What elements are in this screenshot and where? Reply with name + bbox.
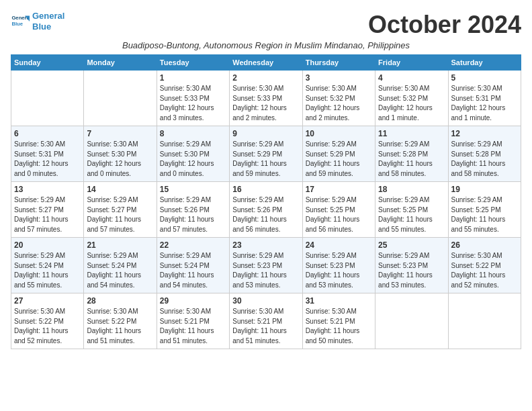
calendar-week-3: 13Sunrise: 5:29 AMSunset: 5:27 PMDayligh… <box>11 182 521 238</box>
day-number: 16 <box>232 185 299 194</box>
day-number: 11 <box>378 129 445 138</box>
day-info: Sunrise: 5:30 AMSunset: 5:32 PMDaylight:… <box>306 84 372 123</box>
day-number: 4 <box>378 73 445 83</box>
day-number: 29 <box>160 296 226 306</box>
calendar-cell: 22Sunrise: 5:29 AMSunset: 5:24 PMDayligh… <box>157 238 229 293</box>
day-number: 31 <box>306 296 372 306</box>
calendar-week-2: 6Sunrise: 5:30 AMSunset: 5:31 PMDaylight… <box>11 126 521 182</box>
calendar-cell: 26Sunrise: 5:30 AMSunset: 5:22 PMDayligh… <box>448 238 521 293</box>
calendar-cell: 10Sunrise: 5:29 AMSunset: 5:29 PMDayligh… <box>302 126 375 182</box>
day-info: Sunrise: 5:29 AMSunset: 5:24 PMDaylight:… <box>160 251 226 290</box>
calendar-cell: 3Sunrise: 5:30 AMSunset: 5:32 PMDaylight… <box>302 71 375 126</box>
calendar-week-5: 27Sunrise: 5:30 AMSunset: 5:22 PMDayligh… <box>11 293 521 349</box>
calendar-cell: 30Sunrise: 5:30 AMSunset: 5:21 PMDayligh… <box>230 293 302 349</box>
calendar-cell: 15Sunrise: 5:29 AMSunset: 5:26 PMDayligh… <box>157 182 229 238</box>
month-title: October 2024 <box>64 11 521 39</box>
calendar-cell: 24Sunrise: 5:29 AMSunset: 5:23 PMDayligh… <box>302 238 375 293</box>
day-info: Sunrise: 5:30 AMSunset: 5:21 PMDaylight:… <box>232 307 299 346</box>
calendar-cell: 7Sunrise: 5:30 AMSunset: 5:30 PMDaylight… <box>84 126 157 182</box>
svg-text:Blue: Blue <box>11 20 23 26</box>
calendar-cell: 17Sunrise: 5:29 AMSunset: 5:25 PMDayligh… <box>302 182 375 238</box>
calendar-week-1: 1Sunrise: 5:30 AMSunset: 5:33 PMDaylight… <box>11 71 521 126</box>
day-number: 13 <box>14 185 81 194</box>
day-info: Sunrise: 5:30 AMSunset: 5:21 PMDaylight:… <box>306 307 372 346</box>
header-wednesday: Wednesday <box>230 55 302 71</box>
calendar-cell <box>375 293 448 349</box>
day-number: 6 <box>14 129 81 138</box>
day-info: Sunrise: 5:29 AMSunset: 5:27 PMDaylight:… <box>87 195 153 234</box>
day-info: Sunrise: 5:30 AMSunset: 5:22 PMDaylight:… <box>451 251 518 290</box>
calendar-subtitle: Buadiposo-Buntong, Autonomous Region in … <box>11 40 521 50</box>
calendar-cell: 16Sunrise: 5:29 AMSunset: 5:26 PMDayligh… <box>230 182 302 238</box>
day-info: Sunrise: 5:30 AMSunset: 5:22 PMDaylight:… <box>87 307 153 346</box>
logo-line1: General <box>32 11 64 21</box>
calendar-cell: 1Sunrise: 5:30 AMSunset: 5:33 PMDaylight… <box>157 71 229 126</box>
day-number: 18 <box>378 185 445 194</box>
day-info: Sunrise: 5:30 AMSunset: 5:22 PMDaylight:… <box>14 307 81 346</box>
calendar-header-row: SundayMondayTuesdayWednesdayThursdayFrid… <box>11 55 521 71</box>
calendar-cell: 19Sunrise: 5:29 AMSunset: 5:25 PMDayligh… <box>448 182 521 238</box>
day-info: Sunrise: 5:29 AMSunset: 5:24 PMDaylight:… <box>14 251 81 290</box>
calendar-cell: 25Sunrise: 5:29 AMSunset: 5:23 PMDayligh… <box>375 238 448 293</box>
calendar-cell: 18Sunrise: 5:29 AMSunset: 5:25 PMDayligh… <box>375 182 448 238</box>
calendar-cell: 29Sunrise: 5:30 AMSunset: 5:21 PMDayligh… <box>157 293 229 349</box>
header-friday: Friday <box>375 55 448 71</box>
day-number: 24 <box>306 240 372 250</box>
calendar-cell: 13Sunrise: 5:29 AMSunset: 5:27 PMDayligh… <box>11 182 84 238</box>
calendar-table: SundayMondayTuesdayWednesdayThursdayFrid… <box>11 54 521 349</box>
calendar-cell <box>448 293 521 349</box>
day-info: Sunrise: 5:29 AMSunset: 5:25 PMDaylight:… <box>451 195 518 234</box>
day-info: Sunrise: 5:29 AMSunset: 5:24 PMDaylight:… <box>87 251 153 290</box>
day-number: 27 <box>14 296 81 306</box>
day-number: 20 <box>14 240 81 250</box>
day-info: Sunrise: 5:29 AMSunset: 5:25 PMDaylight:… <box>306 195 372 234</box>
day-info: Sunrise: 5:29 AMSunset: 5:27 PMDaylight:… <box>14 195 81 234</box>
day-number: 8 <box>160 129 226 138</box>
calendar-cell: 14Sunrise: 5:29 AMSunset: 5:27 PMDayligh… <box>84 182 157 238</box>
calendar-week-4: 20Sunrise: 5:29 AMSunset: 5:24 PMDayligh… <box>11 238 521 293</box>
day-number: 30 <box>232 296 299 306</box>
calendar-cell: 4Sunrise: 5:30 AMSunset: 5:32 PMDaylight… <box>375 71 448 126</box>
day-info: Sunrise: 5:29 AMSunset: 5:28 PMDaylight:… <box>451 140 518 179</box>
day-number: 25 <box>378 240 445 250</box>
day-info: Sunrise: 5:30 AMSunset: 5:31 PMDaylight:… <box>14 140 81 179</box>
day-number: 17 <box>306 185 372 194</box>
header-thursday: Thursday <box>302 55 375 71</box>
day-number: 10 <box>306 129 372 138</box>
header-tuesday: Tuesday <box>157 55 229 71</box>
day-number: 7 <box>87 129 153 138</box>
day-number: 23 <box>232 240 299 250</box>
logo: General Blue General Blue <box>11 11 64 32</box>
day-number: 19 <box>451 185 518 194</box>
day-number: 12 <box>451 129 518 138</box>
day-info: Sunrise: 5:29 AMSunset: 5:23 PMDaylight:… <box>306 251 372 290</box>
calendar-cell: 31Sunrise: 5:30 AMSunset: 5:21 PMDayligh… <box>302 293 375 349</box>
calendar-cell: 28Sunrise: 5:30 AMSunset: 5:22 PMDayligh… <box>84 293 157 349</box>
calendar-cell: 11Sunrise: 5:29 AMSunset: 5:28 PMDayligh… <box>375 126 448 182</box>
calendar-cell: 6Sunrise: 5:30 AMSunset: 5:31 PMDaylight… <box>11 126 84 182</box>
header-sunday: Sunday <box>11 55 84 71</box>
calendar-cell: 23Sunrise: 5:29 AMSunset: 5:23 PMDayligh… <box>230 238 302 293</box>
day-number: 26 <box>451 240 518 250</box>
calendar-cell: 5Sunrise: 5:30 AMSunset: 5:31 PMDaylight… <box>448 71 521 126</box>
day-info: Sunrise: 5:30 AMSunset: 5:32 PMDaylight:… <box>378 84 445 123</box>
day-number: 3 <box>306 73 372 83</box>
day-info: Sunrise: 5:29 AMSunset: 5:26 PMDaylight:… <box>160 195 226 234</box>
day-info: Sunrise: 5:29 AMSunset: 5:29 PMDaylight:… <box>306 140 372 179</box>
day-number: 21 <box>87 240 153 250</box>
day-number: 5 <box>451 73 518 83</box>
header-saturday: Saturday <box>448 55 521 71</box>
day-info: Sunrise: 5:29 AMSunset: 5:29 PMDaylight:… <box>232 140 299 179</box>
day-info: Sunrise: 5:29 AMSunset: 5:26 PMDaylight:… <box>232 195 299 234</box>
day-info: Sunrise: 5:30 AMSunset: 5:33 PMDaylight:… <box>232 84 299 123</box>
day-number: 22 <box>160 240 226 250</box>
day-number: 14 <box>87 185 153 194</box>
day-number: 9 <box>232 129 299 138</box>
calendar-cell <box>11 71 84 126</box>
calendar-cell: 9Sunrise: 5:29 AMSunset: 5:29 PMDaylight… <box>230 126 302 182</box>
day-info: Sunrise: 5:29 AMSunset: 5:23 PMDaylight:… <box>232 251 299 290</box>
calendar-cell <box>84 71 157 126</box>
day-info: Sunrise: 5:29 AMSunset: 5:23 PMDaylight:… <box>378 251 445 290</box>
calendar-cell: 8Sunrise: 5:29 AMSunset: 5:30 PMDaylight… <box>157 126 229 182</box>
day-number: 2 <box>232 73 299 83</box>
